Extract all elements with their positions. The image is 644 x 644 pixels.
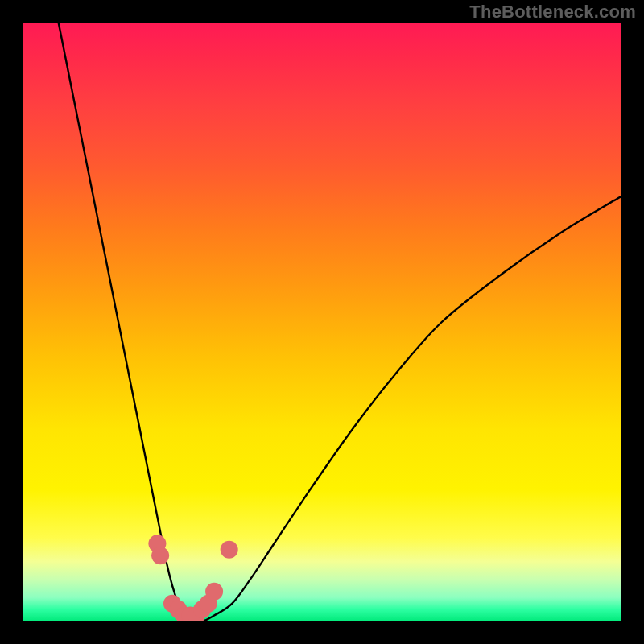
curve-marker bbox=[205, 583, 223, 601]
curve-svg bbox=[23, 23, 621, 621]
plot-area bbox=[23, 23, 621, 621]
curve-marker bbox=[221, 541, 238, 559]
watermark-text: TheBottleneck.com bbox=[469, 2, 636, 23]
curve-marker bbox=[151, 547, 169, 564]
bottleneck-curve bbox=[59, 23, 621, 621]
chart-frame: TheBottleneck.com bbox=[0, 0, 644, 644]
